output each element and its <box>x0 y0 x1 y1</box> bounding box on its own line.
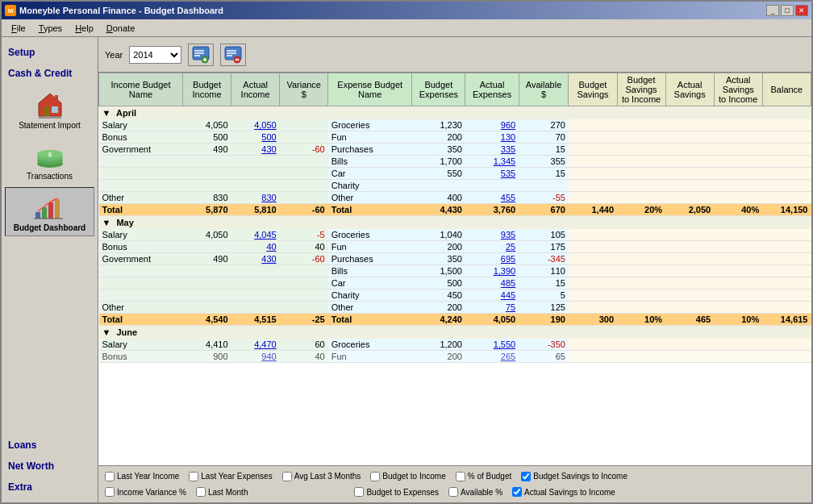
table-row: Other 830 830 Other 400 455 -55 <box>99 192 811 204</box>
table-row: Bonus 40 40 Fun 200 25 175 <box>99 241 811 253</box>
col-budget-savings-to-income: Budget Savings to Income <box>617 73 665 106</box>
table-row: Other Other 200 75 125 <box>99 302 811 314</box>
svg-rect-1 <box>44 106 50 116</box>
checkbox-last-year-income[interactable]: Last Year Income <box>105 472 179 481</box>
close-button[interactable]: ✕ <box>795 5 808 16</box>
col-balance: Balance <box>762 73 811 106</box>
svg-rect-2 <box>52 106 58 113</box>
checkbox-budget-to-expenses[interactable]: Budget to Expenses <box>354 487 439 497</box>
bottom-bar: Last Year Income Last Year Expenses Avg … <box>98 465 811 502</box>
table-row: Government 490 430 -60 Purchases 350 695… <box>99 253 811 265</box>
sidebar-item-budget-dashboard[interactable]: Budget Dashboard <box>5 187 94 236</box>
app-icon: M <box>5 5 16 16</box>
checkbox-budget-to-income[interactable]: Budget to Income <box>370 472 445 481</box>
table-row: Bonus 500 500 Fun 200 130 70 <box>99 131 811 144</box>
total-row-april: Total 5,870 5,810 -60 Total 4,430 3,760 … <box>99 204 811 216</box>
col-actual-savings-to-income: Actual Savings to Income <box>714 73 762 106</box>
table-row: Charity <box>99 180 811 192</box>
col-actual-income: Actual Income <box>231 73 280 106</box>
col-budget-savings: Budget Savings <box>569 73 617 106</box>
window-title: Moneyble Personal Finance - Budget Dashb… <box>19 6 223 15</box>
checkbox-avg-last-3-months[interactable]: Avg Last 3 Months <box>282 472 361 481</box>
svg-rect-12 <box>48 202 53 219</box>
col-budget-expenses: Budget Expenses <box>412 73 465 106</box>
budget-table-container[interactable]: Income Budget Name Budget Income Actual … <box>98 73 811 465</box>
menu-file[interactable]: File <box>5 22 32 35</box>
expand-april[interactable]: ▼ <box>102 108 111 118</box>
transactions-label: Transactions <box>27 172 73 181</box>
total-row-may: Total 4,540 4,515 -25 Total 4,240 4,050 … <box>99 314 811 326</box>
budget-dashboard-label: Budget Dashboard <box>14 223 85 232</box>
svg-rect-11 <box>42 207 47 219</box>
svg-text:$: $ <box>48 152 52 158</box>
sidebar-item-cash-credit[interactable]: Cash & Credit <box>5 65 94 82</box>
checkbox-pct-of-budget[interactable]: % of Budget <box>456 472 511 481</box>
toolbar: Year 2014 2013 2015 <box>98 37 811 73</box>
bottom-row-2: Income Variance % Last Month Budget to E… <box>105 487 805 497</box>
may-label: May <box>116 218 133 227</box>
menu-types[interactable]: Types <box>32 22 69 35</box>
remove-button[interactable] <box>220 44 246 66</box>
month-header-june: ▼ June <box>99 326 811 339</box>
table-row: Car 500 485 15 <box>99 277 811 289</box>
svg-rect-10 <box>35 212 40 219</box>
table-header: Income Budget Name Budget Income Actual … <box>99 73 811 106</box>
table-row: Government 490 430 -60 Purchases 350 335… <box>99 144 811 156</box>
window-controls: _ □ ✕ <box>766 5 808 16</box>
table-row: Bonus 900 940 40 Fun 200 265 65 <box>99 351 811 363</box>
minimize-button[interactable]: _ <box>766 5 779 16</box>
menu-bar: File Types Help Donate <box>2 19 811 37</box>
col-available: Available $ <box>519 73 569 106</box>
col-expense-budget-name: Expense Budget Name <box>328 73 412 106</box>
svg-rect-3 <box>55 95 58 102</box>
col-budget-income: Budget Income <box>183 73 231 106</box>
main-window: M Moneyble Personal Finance - Budget Das… <box>0 0 813 504</box>
menu-help[interactable]: Help <box>69 22 100 35</box>
checkbox-last-month[interactable]: Last Month <box>196 487 248 497</box>
col-actual-expenses: Actual Expenses <box>465 73 519 106</box>
checkbox-income-variance-pct[interactable]: Income Variance % <box>105 487 186 497</box>
table-row: Charity 450 445 5 <box>99 289 811 302</box>
year-select[interactable]: 2014 2013 2015 <box>129 46 181 64</box>
expand-june[interactable]: ▼ <box>102 327 111 337</box>
svg-rect-13 <box>55 199 60 219</box>
sidebar-item-transactions[interactable]: $ Transactions <box>5 136 94 184</box>
checkbox-actual-savings-to-income[interactable]: Actual Savings to Income <box>512 487 615 497</box>
checkbox-available-pct[interactable]: Available % <box>448 487 502 497</box>
expand-may[interactable]: ▼ <box>102 218 111 227</box>
sidebar-item-statement-import[interactable]: Statement Import <box>5 85 94 133</box>
bottom-row-1: Last Year Income Last Year Expenses Avg … <box>105 472 805 481</box>
table-row: Car 550 535 15 <box>99 168 811 180</box>
col-income-budget-name: Income Budget Name <box>99 73 183 106</box>
table-row: Bills 1,500 1,390 110 <box>99 265 811 277</box>
table-row: Bills 1,700 1,345 355 <box>99 156 811 168</box>
title-bar: M Moneyble Personal Finance - Budget Das… <box>2 2 811 19</box>
sidebar: Setup Cash & Credit S <box>2 37 98 502</box>
table-row: Salary 4,410 4,470 60 Groceries 1,200 1,… <box>99 339 811 351</box>
checkbox-last-year-expenses[interactable]: Last Year Expenses <box>189 472 272 481</box>
budget-table: Income Budget Name Budget Income Actual … <box>98 73 811 363</box>
sidebar-item-loans[interactable]: Loans <box>5 436 94 454</box>
maximize-button[interactable]: □ <box>781 5 794 16</box>
april-label: April <box>116 108 136 118</box>
main-content: Setup Cash & Credit S <box>2 37 811 502</box>
content-area: Year 2014 2013 2015 <box>98 37 811 502</box>
statement-import-icon <box>31 89 69 121</box>
year-label: Year <box>105 50 123 60</box>
sidebar-item-setup[interactable]: Setup <box>5 44 94 61</box>
month-header-may: ▼ May <box>99 216 811 230</box>
table-row: Salary 4,050 4,045 -5 Groceries 1,040 93… <box>99 229 811 241</box>
statement-import-label: Statement Import <box>19 121 81 130</box>
col-variance: Variance $ <box>280 73 328 106</box>
menu-donate[interactable]: Donate <box>100 22 141 35</box>
add-button[interactable] <box>188 44 214 66</box>
sidebar-item-extra[interactable]: Extra <box>5 478 94 496</box>
june-label: June <box>116 327 137 337</box>
month-header-april: ▼ April <box>99 106 811 120</box>
budget-dashboard-icon <box>31 191 69 223</box>
col-actual-savings: Actual Savings <box>665 73 714 106</box>
checkbox-budget-savings-to-income[interactable]: Budget Savings to Income <box>521 472 627 481</box>
table-row: Salary 4,050 4,050 Groceries 1,230 960 2… <box>99 119 811 131</box>
sidebar-item-net-worth[interactable]: Net Worth <box>5 457 94 475</box>
transactions-icon: $ <box>31 140 69 172</box>
